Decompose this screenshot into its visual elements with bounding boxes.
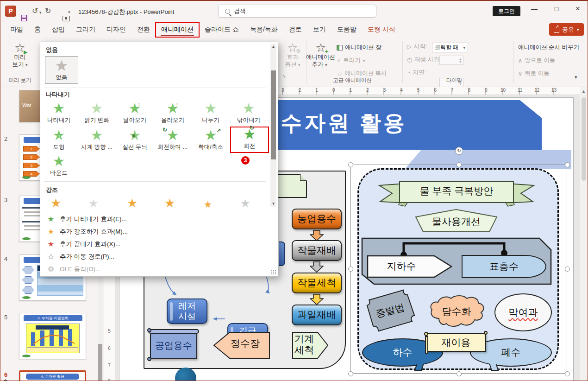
emphasis-star-icon[interactable]: ★ — [240, 197, 250, 210]
selection-handle-nw[interactable] — [348, 162, 353, 167]
maximize-button[interactable]: □ — [546, 2, 567, 16]
powerpoint-app-icon[interactable]: P — [5, 6, 16, 17]
emphasis-star-icon[interactable]: ★ — [204, 199, 212, 210]
selection-handle-n[interactable] — [457, 162, 462, 167]
start-slideshow-icon[interactable] — [63, 16, 70, 21]
tab-transitions[interactable]: 전환 — [132, 23, 155, 37]
gallery-item-appear[interactable]: ★나타내기 — [40, 102, 77, 124]
gallery-item-zoom[interactable]: ★↗확대/축소 — [192, 128, 229, 151]
selection-handle-s[interactable] — [457, 371, 462, 376]
tab-home[interactable]: 홈 — [29, 23, 46, 37]
gallery-item-spin-highlighted[interactable]: ★↻회전 — [231, 127, 268, 152]
tab-file[interactable]: 파일 — [5, 23, 28, 37]
tab-view[interactable]: 보기 — [308, 23, 331, 37]
gallery-item-bounce[interactable]: ★바운드 — [40, 154, 77, 177]
scrollbar-up-icon[interactable]: ▲ — [582, 89, 586, 94]
thumbnail-slide-6-selected[interactable]: 4. 수자원 활용 — [19, 370, 86, 381]
tab-animations[interactable]: 애니메이션 — [156, 23, 199, 37]
gallery-item-wheel[interactable]: ★시계 방향 ... — [78, 128, 115, 151]
editor-vertical-scrollbar[interactable]: ▲ — [580, 87, 588, 381]
collapse-ribbon-icon[interactable]: ▾ — [575, 74, 577, 80]
thumb4-hexagon — [22, 286, 34, 294]
redo-icon[interactable]: ↻ — [45, 6, 51, 15]
tab-review[interactable]: 검토 — [284, 23, 307, 37]
shape-agricultural-water[interactable]: 농업용수 — [292, 209, 342, 229]
search-box[interactable]: 검색 — [218, 5, 376, 18]
undo-icon[interactable]: ↺ — [32, 6, 38, 15]
effect-options-gear-icon: ⚙ — [296, 48, 300, 54]
gallery-item-fade[interactable]: ★밝기 변화 — [78, 102, 115, 124]
gallery-item-shape[interactable]: ★□도형 — [40, 128, 77, 151]
shape-crop-cultivation[interactable]: 작물재배 — [292, 240, 342, 261]
menu-more-entrance-effects[interactable]: ★추가 나타내기 효과(E)... — [47, 213, 264, 225]
tab-slideshow[interactable]: 슬라이드 쇼 — [200, 23, 244, 37]
gallery-item-split[interactable]: ★나누기 — [192, 102, 229, 124]
gallery-scrollbar[interactable]: ▲ ▼ — [270, 44, 276, 207]
undo-caret-icon[interactable]: ▾ — [39, 10, 42, 15]
gallery-resize-grip[interactable] — [271, 269, 276, 275]
tab-shape-format[interactable]: 도형 서식 — [363, 23, 400, 37]
shape-industrial-water[interactable]: 공업용수 — [150, 332, 197, 359]
animation-pane-button[interactable]: 애니메이션 창 — [337, 44, 381, 51]
share-button[interactable]: 공유 ▾ — [549, 23, 584, 36]
gallery-item-grow-turn[interactable]: ★↻회전하며 ... — [154, 128, 191, 151]
tab-record[interactable]: 녹음/녹화 — [245, 23, 283, 37]
tab-draw[interactable]: 그리기 — [71, 23, 100, 37]
shape-surface-water[interactable]: 표층수 — [462, 255, 546, 278]
shape-fruit-cultivation[interactable]: 과일재배 — [292, 305, 342, 325]
title-banner-shadow — [405, 150, 571, 169]
selection-handle-ne[interactable] — [565, 162, 570, 167]
gallery-item-fly-in[interactable]: ★↑날아오기 — [116, 102, 153, 124]
tab-help[interactable]: 도움말 — [332, 23, 362, 37]
selection-handle-sw[interactable] — [348, 371, 353, 376]
menu-more-emphasis-effects[interactable]: ★추가 강조하기 효과(M)... — [47, 225, 264, 238]
organization-logo — [175, 368, 196, 381]
gallery-item-wipe[interactable]: ★닦아내기 — [230, 102, 267, 124]
tab-insert[interactable]: 삽입 — [47, 23, 70, 37]
down-arrow-gray-icon[interactable] — [310, 261, 324, 273]
gallery-scroll-up-icon[interactable]: ▲ — [270, 44, 276, 49]
shape-leisure-facility[interactable]: 레저 시설 — [167, 298, 207, 324]
down-arrow-gold-icon[interactable] — [310, 294, 324, 305]
menu-more-exit-effects[interactable]: ★추가 끝내기 효과(X)... — [47, 238, 264, 250]
shape-desalination[interactable]: 담수화 — [426, 294, 487, 329]
left-arrow-connector[interactable] — [208, 316, 226, 322]
gallery-item-none[interactable]: ★ 없음 — [45, 56, 78, 84]
tab-design[interactable]: 디자인 — [101, 23, 131, 37]
shape-partially-hidden[interactable] — [279, 241, 285, 266]
down-arrow-orange-icon[interactable] — [310, 230, 324, 241]
minimize-button[interactable]: — — [524, 2, 545, 16]
quick-access-caret-icon[interactable]: ▾ — [68, 10, 70, 14]
scrollbar-thumb[interactable] — [582, 97, 586, 181]
add-animation-button[interactable]: ☆ ＋ 애니메이션 추가 ▾ — [309, 42, 333, 68]
gallery-scrollbar-thumb[interactable] — [271, 70, 276, 159]
close-button[interactable]: × — [567, 2, 588, 16]
save-icon[interactable] — [21, 15, 27, 21]
emphasis-star-icon[interactable]: ★ — [164, 196, 175, 210]
selection-handle-se[interactable] — [565, 371, 570, 376]
selection-handle-w[interactable] — [348, 267, 353, 272]
trigger-lightning-icon: ⚡ — [337, 57, 341, 64]
scroll-roll — [148, 329, 199, 334]
login-button[interactable]: 로그인 — [493, 6, 520, 16]
selection-handle-e[interactable] — [565, 267, 570, 272]
thumbnail-slide-5[interactable]: 3. 수자원 이용변화 — [19, 313, 86, 359]
menu-more-motion-paths[interactable]: ☆추가 이동 경로(P)... — [47, 250, 264, 263]
gallery-item-random-bars[interactable]: ★≡실선 무늬 — [116, 128, 153, 151]
preview-button[interactable]: ☆ ▶ 미리 보기 ▾ — [7, 42, 33, 68]
duration-spinner: ▲ ▼ — [439, 56, 463, 65]
thumbnail-scrollbar-thumb[interactable] — [98, 344, 102, 381]
emphasis-star-icon[interactable]: ★ — [88, 197, 99, 210]
curved-connector-arrows[interactable] — [158, 274, 274, 298]
shape-reuse[interactable]: 재이용 — [426, 333, 486, 352]
emphasis-star-icon[interactable]: ★ — [127, 196, 138, 210]
dialog-launcher-icon[interactable]: ↘ — [282, 73, 286, 78]
gallery-scroll-down-icon[interactable]: ▼ — [270, 202, 276, 206]
shape-crop-washing[interactable]: 작물세척 — [292, 273, 342, 293]
gallery-item-float-in[interactable]: ★↑올라오기 — [154, 102, 191, 124]
emphasis-star-icon[interactable]: ★ — [50, 196, 61, 210]
rotation-handle[interactable]: ↻ — [455, 147, 463, 155]
start-dropdown[interactable]: 클릭할 때 ▾ — [432, 43, 468, 52]
slide-number-5: 5 — [4, 314, 7, 321]
shape-membrane-filtration[interactable]: 막여과 — [494, 293, 552, 331]
